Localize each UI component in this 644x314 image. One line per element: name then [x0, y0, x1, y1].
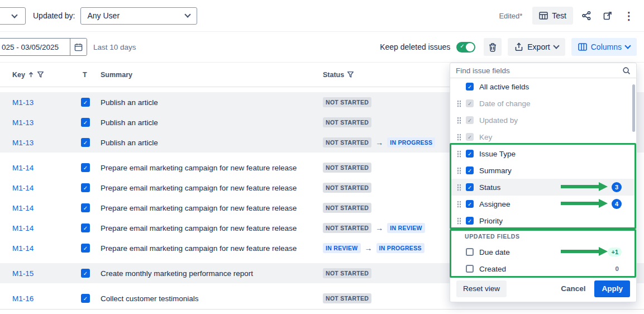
panel-footer: Reset view Cancel Apply [450, 275, 636, 302]
field-item[interactable]: ✓Assignee4 [450, 196, 636, 212]
toggle-knob [466, 43, 474, 51]
columns-icon [578, 43, 587, 51]
keep-deleted-toggle[interactable]: ✓ [456, 42, 475, 53]
drag-handle-icon[interactable] [457, 201, 461, 208]
field-item[interactable]: ✓Date of change [450, 95, 636, 112]
updated-fields-header: UPDATED FIELDS [450, 229, 636, 244]
date-range-value: 025 - 03/05/2025 [2, 43, 59, 51]
issue-summary: Prepare email marketing campaign for new… [101, 204, 323, 212]
chevron-down-icon [624, 42, 631, 49]
drag-handle-icon[interactable] [457, 167, 461, 174]
edited-label: Edited* [499, 12, 522, 20]
task-type-icon: ✓ [81, 183, 90, 192]
calendar-button[interactable] [70, 39, 87, 55]
filter-icon[interactable] [37, 71, 44, 78]
issue-summary: Prepare email marketing campaign for new… [101, 164, 323, 172]
drag-handle-icon[interactable] [457, 150, 461, 158]
drag-handle-icon[interactable] [457, 134, 461, 141]
status-lozenge: NOT STARTED [323, 293, 371, 303]
issue-key-link[interactable]: M1-14 [12, 204, 34, 212]
field-checkbox[interactable]: ✓ [466, 200, 474, 208]
drag-handle-icon[interactable] [457, 217, 461, 225]
field-label: Assignee [479, 200, 511, 208]
task-type-icon: ✓ [81, 138, 90, 147]
issue-key-link[interactable]: M1-13 [12, 118, 34, 127]
issue-summary: Prepare email marketing campaign for new… [101, 184, 323, 192]
status-lozenge: NOT STARTED [323, 268, 371, 278]
task-type-icon: ✓ [81, 294, 90, 303]
delete-button[interactable] [484, 38, 502, 56]
drag-handle-icon[interactable] [457, 100, 461, 107]
drag-handle-icon[interactable] [457, 117, 461, 124]
updated-by-select[interactable]: Any User [80, 7, 197, 25]
more-menu-button[interactable]: ⋮ [621, 8, 637, 23]
field-item[interactable]: ✓Issue Type [450, 145, 636, 162]
field-item[interactable]: ✓Summary [450, 162, 636, 179]
kebab-menu-icon: ⋮ [624, 11, 635, 21]
status-transition-arrow-icon: → [365, 244, 373, 253]
issue-key-link[interactable]: M1-15 [12, 269, 34, 278]
field-item[interactable]: ✓Key [450, 129, 636, 145]
issue-key-link[interactable]: M1-13 [12, 98, 34, 107]
issue-key-link[interactable]: M1-14 [12, 184, 34, 192]
test-view-button[interactable]: Test [532, 7, 573, 25]
field-item[interactable]: Due date+1 [450, 244, 636, 260]
cancel-button[interactable]: Cancel [561, 284, 585, 293]
field-item[interactable]: ✓Priority [450, 212, 636, 229]
status-lozenge: NOT STARTED [323, 183, 371, 193]
open-in-new-icon [603, 11, 613, 21]
field-item[interactable]: ✓All active fields [450, 78, 636, 95]
task-type-icon: ✓ [81, 203, 90, 212]
field-checkbox[interactable] [466, 248, 474, 256]
export-label: Export [527, 42, 550, 51]
saved-view-select[interactable] [0, 7, 26, 25]
issue-key-link[interactable]: M1-16 [12, 294, 34, 303]
field-checkbox[interactable]: ✓ [466, 150, 474, 158]
field-checkbox[interactable]: ✓ [466, 83, 474, 91]
panel-scrollbar-thumb[interactable] [632, 84, 635, 132]
issue-key-link[interactable]: M1-13 [12, 139, 34, 147]
field-item[interactable]: ✓Updated by [450, 112, 636, 129]
issue-key-link[interactable]: M1-14 [12, 164, 34, 172]
status-transition-arrow-icon: → [375, 223, 383, 232]
sort-ascending-icon[interactable] [28, 72, 34, 78]
field-checkbox: ✓ [466, 116, 474, 124]
field-checkbox[interactable]: ✓ [466, 217, 474, 225]
issue-key-link[interactable]: M1-14 [12, 244, 34, 253]
field-label: Status [479, 183, 500, 192]
apply-button[interactable]: Apply [594, 280, 630, 297]
field-item[interactable]: ✓Status3 [450, 179, 636, 196]
issue-summary: Collect customer testimonials [101, 294, 323, 303]
field-count-badge: +1 [608, 248, 622, 256]
field-checkbox: ✓ [466, 133, 474, 141]
share-button[interactable] [579, 8, 594, 23]
topbar: Updated by: Any User Edited* Test [0, 0, 644, 32]
field-label: Issue Type [479, 150, 516, 158]
field-checkbox[interactable]: ✓ [466, 166, 474, 174]
filter-icon[interactable] [347, 71, 354, 78]
field-count-badge: 3 [612, 182, 622, 192]
status-transition-arrow-icon: → [375, 138, 383, 147]
field-label: Date of change [479, 99, 531, 108]
export-button[interactable]: Export [508, 38, 565, 56]
table-grid-icon [539, 12, 548, 20]
column-header-type: T [81, 71, 101, 79]
date-range-input[interactable]: 025 - 03/05/2025 [0, 38, 87, 56]
columns-panel: ✓All active fields✓Date of change✓Update… [450, 63, 637, 302]
updated-fields-list: Due date+1Created0 [450, 244, 636, 275]
columns-button[interactable]: Columns [571, 38, 637, 56]
field-item[interactable]: Created0 [450, 260, 636, 275]
field-search-row [450, 63, 636, 78]
issue-key-link[interactable]: M1-14 [12, 224, 34, 232]
field-checkbox[interactable]: ✓ [466, 183, 474, 191]
field-label: Due date [479, 248, 510, 256]
field-checkbox[interactable] [466, 265, 474, 273]
trash-icon [488, 42, 497, 52]
reset-view-button[interactable]: Reset view [456, 280, 507, 297]
field-count-badge: 0 [616, 265, 619, 272]
field-label: Key [479, 133, 492, 141]
open-in-new-button[interactable] [600, 8, 616, 23]
issue-summary: Create monthly marketing performance rep… [101, 269, 323, 278]
field-search-input[interactable] [456, 66, 622, 75]
drag-handle-icon[interactable] [457, 184, 461, 191]
